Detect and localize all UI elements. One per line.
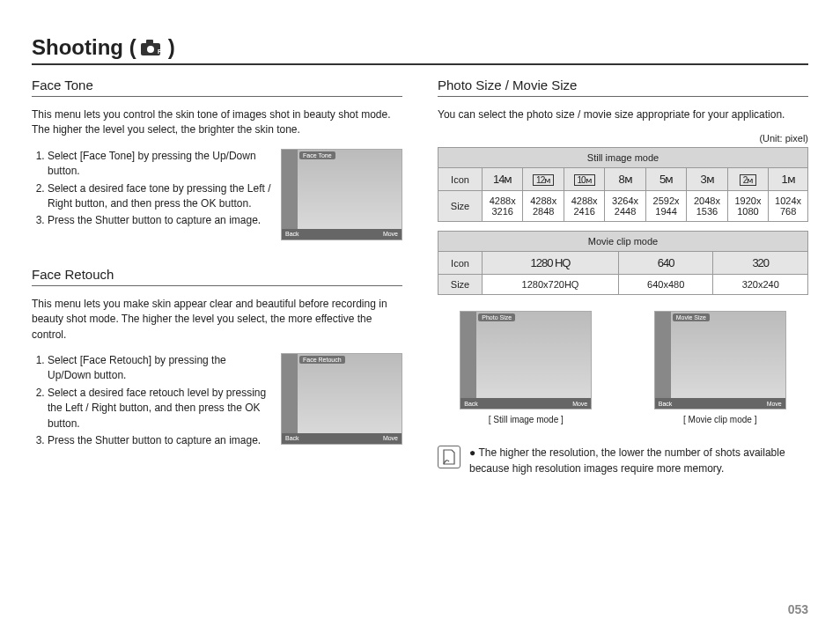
camera-fn-icon: Fn	[140, 39, 165, 56]
size-cell: 1024x 768	[769, 191, 808, 222]
move-label: Move	[383, 231, 398, 237]
note-icon	[438, 446, 461, 468]
face-retouch-desc: This menu lets you make skin appear clea…	[32, 297, 402, 343]
size-icon: 1ᴍ	[769, 168, 808, 191]
still-caption: [ Still image mode ]	[460, 415, 592, 424]
size-row-label: Size	[438, 191, 483, 222]
note-box: ● The higher the resolution, the lower t…	[438, 446, 808, 476]
face-retouch-screenshot: Face Retouch Back Move	[281, 353, 402, 445]
step-item: Select [Face Tone] by pressing the Up/Do…	[48, 149, 272, 180]
back-label: Back	[659, 401, 673, 407]
right-column: Photo Size / Movie Size You can select t…	[438, 77, 808, 476]
move-label: Move	[572, 401, 587, 407]
size-cell: 1920x 1080	[727, 191, 768, 222]
left-column: Face Tone This menu lets you control the…	[32, 77, 402, 476]
tables-wrap: (Unit: pixel) Still image mode Icon 14ᴍ …	[438, 133, 808, 295]
page-title: Shooting ( Fn )	[32, 35, 808, 65]
photo-size-heading: Photo Size / Movie Size	[438, 77, 808, 97]
screenshot-bottom-bar: Back Move	[655, 398, 785, 409]
still-table-title: Still image mode	[438, 148, 808, 168]
step-item: Press the Shutter button to capture an i…	[48, 433, 272, 448]
movie-caption: [ Movie clip mode ]	[654, 415, 786, 424]
back-label: Back	[285, 435, 299, 441]
face-retouch-row: Select [Face Retouch] by pressing the Up…	[32, 353, 402, 450]
face-tone-steps: Select [Face Tone] by pressing the Up/Do…	[32, 149, 272, 240]
size-icon: 640	[618, 252, 713, 275]
mode-screenshots: Photo Size Back Move [ Still image mode …	[438, 311, 808, 424]
face-tone-desc: This menu lets you control the skin tone…	[32, 107, 402, 138]
screenshot-label: Face Retouch	[299, 356, 345, 364]
back-label: Back	[464, 401, 478, 407]
size-cell: 640x480	[618, 275, 713, 295]
size-icon: 5ᴍ	[645, 168, 686, 191]
screenshot-bottom-bar: Back Move	[282, 229, 402, 240]
screenshot-label: Face Tone	[299, 151, 335, 159]
icon-row-label: Icon	[438, 252, 483, 275]
screenshot-label: Movie Size	[673, 313, 710, 321]
svg-rect-1	[146, 40, 153, 44]
size-cell: 3264x 2448	[605, 191, 645, 222]
screenshot-bottom-bar: Back Move	[461, 398, 591, 409]
unit-label: (Unit: pixel)	[438, 133, 808, 144]
size-cell: 320x240	[713, 275, 808, 295]
movie-mode-screenshot: Movie Size Back Move	[654, 311, 786, 409]
step-item: Select a desired face tone by pressing t…	[48, 181, 272, 212]
face-retouch-steps: Select [Face Retouch] by pressing the Up…	[32, 353, 272, 450]
still-mode-screenshot: Photo Size Back Move	[460, 311, 592, 409]
svg-text:Fn: Fn	[158, 48, 165, 55]
size-icon: 1280 HQ	[483, 252, 619, 275]
step-item: Select a desired face retouch level by p…	[48, 386, 272, 431]
size-cell: 4288x 2848	[523, 191, 564, 222]
svg-point-2	[147, 46, 154, 53]
face-tone-heading: Face Tone	[32, 77, 402, 97]
back-label: Back	[285, 231, 299, 237]
size-icon: 3ᴍ	[687, 168, 727, 191]
screenshot-bottom-bar: Back Move	[282, 433, 402, 444]
size-icon: 320	[713, 252, 808, 275]
size-icon: 12ᴍ	[523, 168, 564, 191]
page-title-suffix: )	[168, 35, 175, 60]
photo-size-desc: You can select the photo size / movie si…	[438, 107, 808, 122]
size-icon: 8ᴍ	[605, 168, 645, 191]
screenshot-label: Photo Size	[478, 313, 515, 321]
step-item: Select [Face Retouch] by pressing the Up…	[48, 353, 272, 384]
face-tone-row: Select [Face Tone] by pressing the Up/Do…	[32, 149, 402, 240]
note-content: The higher the resolution, the lower the…	[469, 446, 785, 474]
size-cell: 4288x 2416	[564, 191, 604, 222]
page-number: 053	[788, 602, 808, 616]
size-row-label: Size	[438, 275, 483, 295]
size-cell: 2592x 1944	[645, 191, 686, 222]
step-item: Press the Shutter button to capture an i…	[48, 213, 272, 228]
page-title-prefix: Shooting (	[32, 35, 136, 60]
still-image-table: Still image mode Icon 14ᴍ 12ᴍ 10ᴍ 8ᴍ 5ᴍ …	[438, 147, 808, 222]
size-cell: 1280x720HQ	[483, 275, 619, 295]
still-mode-block: Photo Size Back Move [ Still image mode …	[460, 311, 592, 424]
content-columns: Face Tone This menu lets you control the…	[32, 77, 808, 476]
move-label: Move	[767, 401, 782, 407]
icon-row-label: Icon	[438, 168, 483, 191]
face-tone-screenshot: Face Tone Back Move	[281, 149, 402, 240]
movie-clip-table: Movie clip mode Icon 1280 HQ 640 320 Siz…	[438, 231, 808, 295]
size-icon: 14ᴍ	[483, 168, 523, 191]
size-icon: 2ᴍ	[727, 168, 768, 191]
movie-mode-block: Movie Size Back Move [ Movie clip mode ]	[654, 311, 786, 424]
note-text: ● The higher the resolution, the lower t…	[469, 446, 808, 476]
size-cell: 2048x 1536	[687, 191, 727, 222]
size-icon: 10ᴍ	[564, 168, 604, 191]
move-label: Move	[383, 435, 398, 441]
size-cell: 4288x 3216	[483, 191, 523, 222]
movie-table-title: Movie clip mode	[438, 232, 808, 252]
face-retouch-heading: Face Retouch	[32, 267, 402, 286]
